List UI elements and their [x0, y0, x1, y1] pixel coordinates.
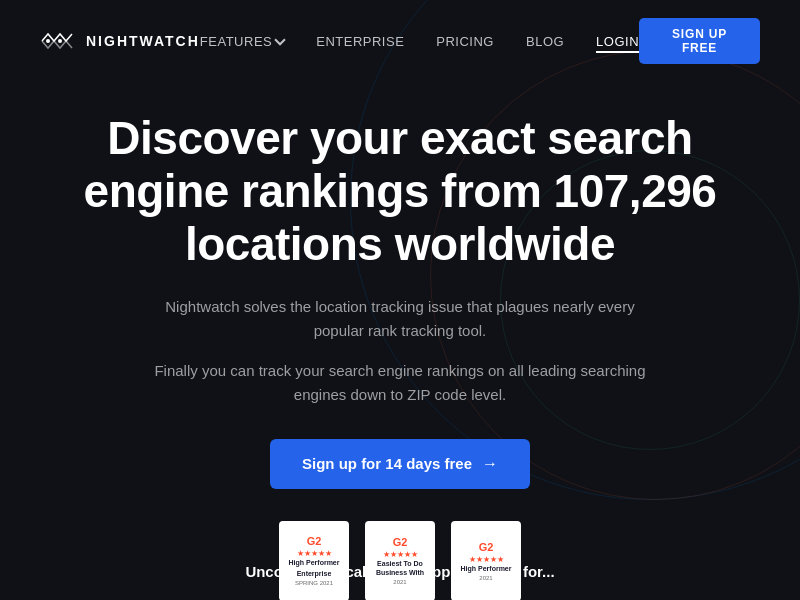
badge-1-category: Enterprise: [297, 569, 332, 578]
nav-link-features[interactable]: FEATURES: [200, 34, 272, 49]
badges-container: G2 ★★★★★ High Performer Enterprise SPRIN…: [279, 521, 521, 600]
badge-1-season: SPRING 2021: [295, 580, 333, 586]
hero-subtitle-2: Finally you can track your search engine…: [150, 359, 650, 407]
hero-section: Discover your exact search engine rankin…: [0, 82, 800, 600]
badge-1-stars: ★★★★★: [297, 549, 332, 558]
badge-1-title: High Performer: [289, 558, 340, 567]
chevron-down-icon: [275, 34, 286, 45]
hero-title: Discover your exact search engine rankin…: [80, 112, 720, 271]
badge-2: G2 ★★★★★ Easiest To Do Business With 202…: [365, 521, 435, 600]
badge-3-stars: ★★★★★: [469, 555, 504, 564]
nav-link-login[interactable]: LOGIN: [596, 34, 639, 53]
svg-point-0: [46, 39, 50, 43]
nav-link-blog[interactable]: BLOG: [526, 34, 564, 49]
nav-item-blog[interactable]: BLOG: [526, 32, 564, 50]
badge-1: G2 ★★★★★ High Performer Enterprise SPRIN…: [279, 521, 349, 600]
nav-signup-button[interactable]: SIGN UP FREE: [639, 18, 760, 64]
arrow-right-icon: →: [482, 455, 498, 473]
nav-link-pricing[interactable]: PRICING: [436, 34, 494, 49]
svg-point-1: [58, 39, 62, 43]
hero-cta-button[interactable]: Sign up for 14 days free →: [270, 439, 530, 489]
logo-text: NIGHTWATCH: [86, 33, 200, 49]
badge-3: G2 ★★★★★ High Performer 2021: [451, 521, 521, 600]
badge-3-season: 2021: [479, 575, 492, 581]
badge-2-g2: G2: [393, 536, 408, 548]
badge-2-title: Easiest To Do Business With: [371, 559, 429, 577]
badge-2-stars: ★★★★★: [383, 550, 418, 559]
nav-link-enterprise[interactable]: ENTERPRISE: [316, 34, 404, 49]
hero-subtitle-1: Nightwatch solves the location tracking …: [160, 295, 640, 343]
logo[interactable]: NIGHTWATCH: [40, 31, 200, 51]
nav-item-pricing[interactable]: PRICING: [436, 32, 494, 50]
badge-2-season: 2021: [393, 579, 406, 585]
cta-label: Sign up for 14 days free: [302, 455, 472, 472]
badge-3-title: High Performer: [461, 564, 512, 573]
nav-item-features[interactable]: FEATURES: [200, 34, 284, 49]
logo-icon: [40, 31, 76, 51]
badge-3-g2: G2: [479, 541, 494, 553]
nav-links: FEATURES ENTERPRISE PRICING BLOG LOGIN: [200, 32, 639, 50]
badge-1-g2: G2: [307, 535, 322, 547]
navigation: NIGHTWATCH FEATURES ENTERPRISE PRICING B…: [0, 0, 800, 82]
nav-item-login[interactable]: LOGIN: [596, 32, 639, 50]
nav-item-enterprise[interactable]: ENTERPRISE: [316, 32, 404, 50]
